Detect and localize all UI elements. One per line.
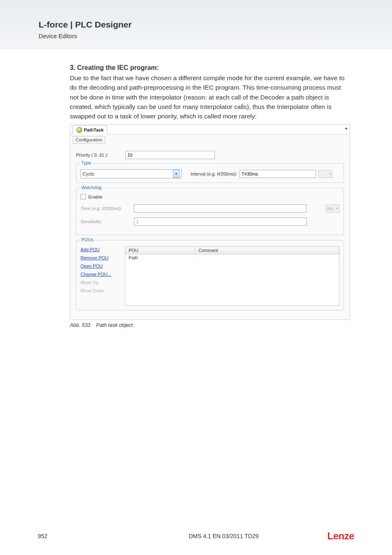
pou-links: Add POU Remove POU Open POU Change POU..… xyxy=(81,246,118,306)
pou-table[interactable]: POU Comment Path xyxy=(125,246,339,306)
time-unit-combo: ms▾ xyxy=(325,204,339,213)
type-group: Type Cyclic ▼ Interval (e.g. t#200ms): m… xyxy=(76,163,344,183)
product-title: L-force | PLC Designer xyxy=(39,20,392,30)
remove-pou-link[interactable]: Remove POU xyxy=(81,255,118,260)
move-up-link: Move Up xyxy=(81,280,118,285)
figure-number: Abb. 533 xyxy=(70,322,90,328)
type-legend: Type xyxy=(80,160,93,165)
open-pou-link[interactable]: Open POU xyxy=(81,264,118,268)
time-input xyxy=(134,204,307,213)
add-pou-link[interactable]: Add POU xyxy=(81,247,118,252)
sensitivity-label: Sensitivity: xyxy=(81,219,134,224)
task-form: Priority ( 0..31 ): Type Cyclic ▼ Interv… xyxy=(70,143,350,319)
sub-tabstrip: Configuration xyxy=(70,134,350,143)
task-editor-screenshot: PathTask Configuration Priority ( 0..31 … xyxy=(70,124,350,320)
chevron-down-icon[interactable]: ▼ xyxy=(173,170,180,178)
task-icon xyxy=(76,127,82,133)
doc-id: DMS 4.1 EN 03/2011 TD29 xyxy=(120,533,327,539)
editor-tabstrip: PathTask xyxy=(70,125,350,134)
tab-configuration[interactable]: Configuration xyxy=(73,136,105,143)
interval-label: Interval (e.g. t#200ms): xyxy=(191,171,237,176)
enable-label: Enable xyxy=(88,194,102,199)
col-pou[interactable]: POU xyxy=(125,247,195,254)
page-section: Device Editors xyxy=(39,33,392,39)
sensitivity-input xyxy=(134,217,307,226)
type-value: Cyclic xyxy=(83,171,95,176)
priority-input[interactable] xyxy=(125,151,215,159)
cell-pou: Path xyxy=(125,254,195,261)
interval-unit-combo: ms▾ xyxy=(318,170,332,178)
figure-text: Path task object xyxy=(96,322,133,328)
change-pou-link[interactable]: Change POU... xyxy=(81,272,118,277)
page-number: 952 xyxy=(38,533,120,539)
time-label: Time (e.g. t#200ms): xyxy=(81,206,134,211)
tab-pathtask[interactable]: PathTask xyxy=(73,125,107,134)
tab-label: PathTask xyxy=(84,127,104,132)
interval-input[interactable] xyxy=(240,170,316,178)
figure-caption: Abb. 533 Path task object xyxy=(70,322,350,328)
cell-comment xyxy=(195,254,339,261)
priority-label: Priority ( 0..31 ): xyxy=(76,153,125,157)
section-heading: 3. Creating the IEC program: xyxy=(70,64,350,72)
brand-logo: Lenze xyxy=(327,530,354,542)
type-combo[interactable]: Cyclic ▼ xyxy=(81,169,182,178)
table-row[interactable]: Path xyxy=(125,254,339,261)
watchdog-legend: Watchdog xyxy=(80,185,103,190)
pous-group: POUs Add POU Remove POU Open POU Change … xyxy=(76,240,344,310)
enable-checkbox[interactable] xyxy=(81,194,86,199)
pous-legend: POUs xyxy=(80,237,95,242)
body-paragraph: Due to the fact that we have chosen a di… xyxy=(70,73,350,121)
watchdog-group: Watchdog Enable Time (e.g. t#200ms): ms▾… xyxy=(76,188,344,235)
move-down-link: Move Down xyxy=(81,288,118,293)
col-comment[interactable]: Comment xyxy=(195,247,339,254)
